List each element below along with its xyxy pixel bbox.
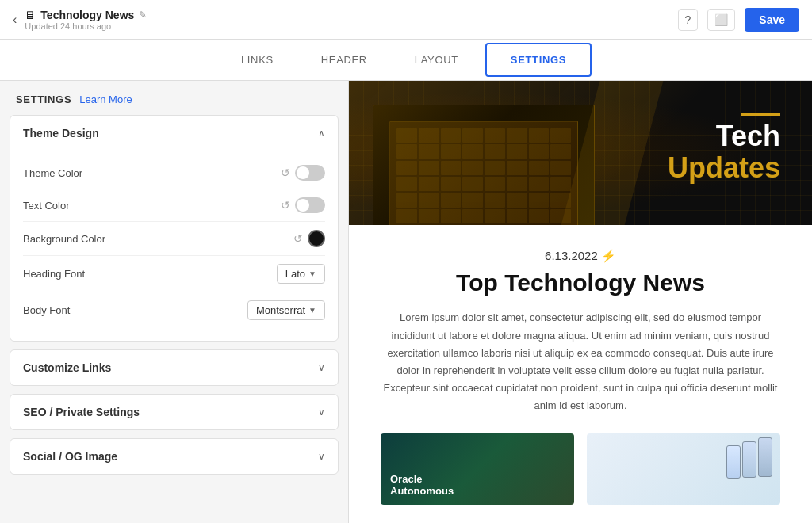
customize-links-title: Customize Links xyxy=(23,361,111,374)
background-color-swatch[interactable] xyxy=(308,230,325,247)
theme-color-row: Theme Color ↺ xyxy=(23,157,325,189)
page-title-area: 🖥 Technology News ✎ Updated 24 hours ago xyxy=(25,9,147,31)
theme-design-body: Theme Color ↺ Text Color ↺ xyxy=(10,151,338,341)
main-content: SETTINGS Learn More Theme Design ∧ Theme… xyxy=(0,81,812,523)
body-font-value: Montserrat xyxy=(256,304,305,316)
seo-private-chevron-icon: ∨ xyxy=(318,407,325,418)
background-color-control: ↺ xyxy=(293,230,325,247)
phone-3-icon xyxy=(726,445,741,479)
save-button[interactable]: Save xyxy=(745,8,799,32)
chevron-up-icon: ∧ xyxy=(318,128,325,139)
back-button[interactable]: ‹ xyxy=(13,13,17,27)
heading-font-value: Lato xyxy=(285,268,305,280)
card-1-label: OracleAutonomous xyxy=(390,473,454,497)
social-og-title: Social / OG Image xyxy=(23,450,117,463)
hero-chip xyxy=(373,105,595,225)
theme-design-title: Theme Design xyxy=(23,127,99,139)
preview-card-2 xyxy=(587,433,780,505)
theme-color-reset-icon[interactable]: ↺ xyxy=(281,166,290,179)
preview-card-1: OracleAutonomous xyxy=(381,433,574,505)
preview-lorem: Lorem ipsum dolor sit amet, consectetur … xyxy=(382,309,779,414)
theme-color-control: ↺ xyxy=(281,165,325,181)
heading-font-select[interactable]: Lato ▼ xyxy=(277,264,325,284)
seo-private-section[interactable]: SEO / Private Settings ∨ xyxy=(10,394,339,430)
preview-hero: Tech Updates xyxy=(349,81,812,225)
text-color-control: ↺ xyxy=(281,197,325,213)
text-color-toggle[interactable] xyxy=(295,197,325,213)
theme-design-header[interactable]: Theme Design ∧ xyxy=(10,116,338,151)
top-bar-left: ‹ 🖥 Technology News ✎ Updated 24 hours a… xyxy=(13,9,147,31)
chip-inner xyxy=(389,121,578,225)
preview-panel: Tech Updates 6.13.2022 ⚡ Top Technology … xyxy=(349,81,812,523)
phone-2-icon xyxy=(742,441,756,478)
text-color-knob xyxy=(297,199,309,212)
body-font-caret-icon: ▼ xyxy=(308,306,316,315)
left-panel: SETTINGS Learn More Theme Design ∧ Theme… xyxy=(0,81,349,523)
preview-date: 6.13.2022 ⚡ xyxy=(545,249,616,263)
background-color-row: Background Color ↺ xyxy=(23,222,325,256)
social-og-section[interactable]: Social / OG Image ∨ xyxy=(10,438,339,475)
tab-layout[interactable]: LAYOUT xyxy=(391,44,482,75)
page-icon: 🖥 xyxy=(25,9,36,21)
social-og-chevron-icon: ∨ xyxy=(318,451,325,462)
background-color-label: Background Color xyxy=(23,233,105,245)
panel-title: SETTINGS xyxy=(16,94,71,105)
phone-1-icon xyxy=(758,437,772,477)
page-name: Technology News xyxy=(40,9,134,21)
bg-color-reset-icon[interactable]: ↺ xyxy=(293,232,303,245)
updated-text: Updated 24 hours ago xyxy=(25,21,147,31)
top-bar: ‹ 🖥 Technology News ✎ Updated 24 hours a… xyxy=(0,0,812,40)
customize-links-chevron-icon: ∨ xyxy=(318,362,325,373)
text-color-reset-icon[interactable]: ↺ xyxy=(281,199,290,212)
theme-color-label: Theme Color xyxy=(23,167,82,179)
preview-headline: Top Technology News xyxy=(456,269,705,296)
heading-font-caret-icon: ▼ xyxy=(308,269,316,278)
body-font-label: Body Font xyxy=(23,304,70,316)
hero-title-updates: Updates xyxy=(668,151,780,185)
top-bar-right: ? ⬜ Save xyxy=(678,8,800,32)
tab-header[interactable]: HEADER xyxy=(297,44,391,75)
help-button[interactable]: ? xyxy=(678,9,699,31)
text-color-label: Text Color xyxy=(23,200,70,212)
learn-more-link[interactable]: Learn More xyxy=(79,94,132,105)
heading-font-label: Heading Font xyxy=(23,268,85,280)
page-title-row: 🖥 Technology News ✎ xyxy=(25,9,147,21)
preview-cards: OracleAutonomous xyxy=(381,433,780,505)
tab-settings[interactable]: SETTINGS xyxy=(485,43,592,77)
preview-button[interactable]: ⬜ xyxy=(707,9,735,31)
preview-body: 6.13.2022 ⚡ Top Technology News Lorem ip… xyxy=(349,225,812,523)
theme-color-toggle[interactable] xyxy=(295,165,325,181)
customize-links-section[interactable]: Customize Links ∨ xyxy=(10,349,339,386)
nav-tabs: LINKS HEADER LAYOUT SETTINGS xyxy=(0,40,812,81)
theme-color-knob xyxy=(297,166,309,179)
body-font-select[interactable]: Montserrat ▼ xyxy=(247,300,325,320)
hero-title-tech: Tech xyxy=(668,122,780,151)
theme-design-section: Theme Design ∧ Theme Color ↺ Text Colo xyxy=(10,115,339,342)
seo-private-title: SEO / Private Settings xyxy=(23,406,140,418)
hero-text: Tech Updates xyxy=(668,113,780,185)
heading-font-row: Heading Font Lato ▼ xyxy=(23,256,325,292)
panel-header: SETTINGS Learn More xyxy=(0,81,348,115)
body-font-row: Body Font Montserrat ▼ xyxy=(23,292,325,328)
hero-accent-bar xyxy=(741,113,780,116)
heading-font-control: Lato ▼ xyxy=(277,264,325,284)
edit-icon[interactable]: ✎ xyxy=(139,10,147,21)
text-color-row: Text Color ↺ xyxy=(23,189,325,222)
tab-links[interactable]: LINKS xyxy=(217,44,297,75)
body-font-control: Montserrat ▼ xyxy=(247,300,325,320)
